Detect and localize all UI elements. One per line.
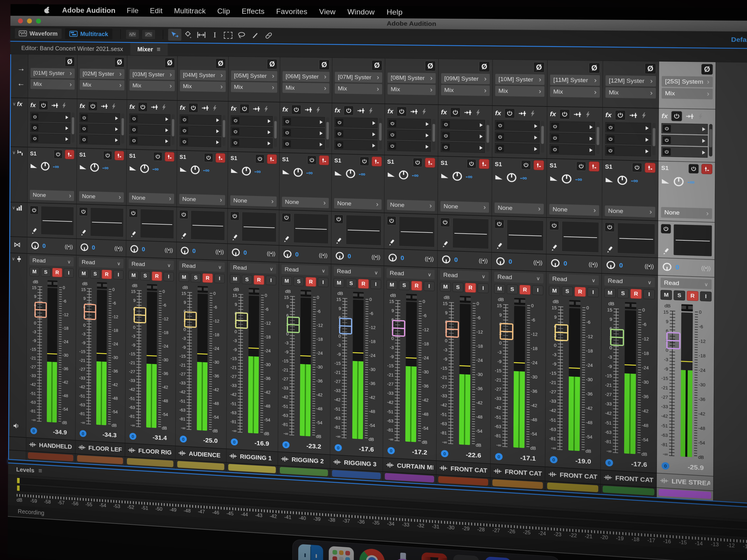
- meter-clip-indicators[interactable]: [460, 296, 471, 303]
- record-arm-button[interactable]: R: [306, 277, 316, 287]
- send-power-button[interactable]: [521, 160, 531, 170]
- fader-handle[interactable]: [287, 317, 300, 334]
- fx-slot-power-icon[interactable]: [442, 132, 450, 139]
- fx-slot-power-icon[interactable]: [181, 116, 188, 123]
- time-selection-tool-button[interactable]: [195, 29, 208, 41]
- send-destination-select[interactable]: None ›: [230, 195, 277, 207]
- mute-button[interactable]: M: [386, 280, 397, 290]
- fx-slot[interactable]: [129, 125, 171, 135]
- record-arm-button[interactable]: R: [358, 279, 369, 289]
- meter-clip-indicators[interactable]: [514, 298, 525, 305]
- send-power-button[interactable]: [255, 154, 265, 164]
- fader-handle[interactable]: [555, 324, 568, 341]
- send-prefader-button[interactable]: [65, 150, 74, 159]
- fx-slot-menu-icon[interactable]: [115, 138, 118, 142]
- fx-slot-menu-icon[interactable]: [702, 151, 705, 154]
- clip-count-badge[interactable]: 0: [441, 450, 448, 457]
- eq-curve-graph[interactable]: [562, 221, 599, 253]
- send-knob[interactable]: [506, 172, 517, 183]
- eq-edit-pencil-icon[interactable]: [441, 241, 448, 248]
- finder-dock-icon[interactable]: [298, 544, 323, 560]
- automation-mode-select[interactable]: Read ∨: [387, 268, 435, 279]
- fx-slot[interactable]: [79, 124, 120, 134]
- mute-button[interactable]: M: [128, 271, 138, 280]
- post-fader-icon[interactable]: [410, 108, 418, 115]
- eq-curve-graph[interactable]: [190, 210, 225, 241]
- menu-item[interactable]: Effects: [241, 7, 264, 16]
- phase-invert-button[interactable]: Ø: [371, 60, 382, 71]
- track-color-strip[interactable]: [659, 489, 711, 499]
- post-fader-icon[interactable]: [464, 109, 472, 116]
- record-arm-button[interactable]: R: [519, 285, 531, 295]
- output-select[interactable]: Mix ›: [180, 81, 226, 92]
- solo-button[interactable]: S: [453, 282, 464, 292]
- fx-slot-menu-icon[interactable]: [372, 132, 375, 136]
- meter-clip-indicators[interactable]: [569, 300, 581, 307]
- fx-slot-power-icon[interactable]: [80, 114, 87, 121]
- send-destination-select[interactable]: None ›: [661, 207, 712, 219]
- fader-handle[interactable]: [392, 320, 405, 337]
- clip-count-badge[interactable]: 0: [550, 456, 558, 463]
- output-select[interactable]: Mix ›: [550, 86, 600, 98]
- record-arm-button[interactable]: R: [102, 269, 112, 279]
- panel-menu-icon[interactable]: ≡: [157, 46, 160, 53]
- send-knob[interactable]: [190, 165, 200, 175]
- menu-item[interactable]: View: [319, 7, 336, 16]
- fx-rack-scrollbar[interactable]: [709, 124, 713, 157]
- input-select[interactable]: [07M] Syster ›: [335, 72, 382, 83]
- fx-slot-power-icon[interactable]: [130, 137, 138, 144]
- post-fader-icon[interactable]: [573, 111, 582, 117]
- phase-invert-button[interactable]: Ø: [114, 57, 125, 68]
- input-select[interactable]: [03M] Syster ›: [130, 69, 175, 80]
- fader-handle[interactable]: [184, 311, 197, 328]
- levels-panel-menu-icon[interactable]: ≡: [38, 467, 42, 475]
- meter-clip-indicators[interactable]: [353, 292, 364, 299]
- fx-slot-menu-icon[interactable]: [216, 129, 219, 133]
- pan-knob[interactable]: [606, 260, 616, 270]
- pan-knob[interactable]: [388, 253, 397, 262]
- fader-handle[interactable]: [666, 332, 680, 349]
- send-destination-select[interactable]: None ›: [605, 205, 655, 217]
- output-select[interactable]: Mix ›: [231, 82, 277, 93]
- fx-slot-menu-icon[interactable]: [372, 143, 375, 147]
- move-tool-button[interactable]: [168, 29, 181, 41]
- record-arm-button[interactable]: R: [52, 268, 62, 277]
- fx-slot-menu-icon[interactable]: [590, 125, 593, 129]
- solo-button[interactable]: S: [190, 273, 201, 282]
- track-color-strip[interactable]: [385, 473, 434, 483]
- clip-count-badge[interactable]: 0: [30, 427, 37, 434]
- send-power-button[interactable]: [360, 157, 369, 166]
- fx-slot-menu-icon[interactable]: [590, 136, 593, 140]
- automation-mode-select[interactable]: Read ∨: [604, 276, 655, 287]
- fx-rack-scrollbar[interactable]: [486, 120, 490, 152]
- fx-slot-power-icon[interactable]: [31, 124, 38, 131]
- marquee-tool-button[interactable]: [222, 29, 235, 41]
- send-knob[interactable]: [617, 175, 628, 186]
- send-knob[interactable]: [241, 166, 252, 177]
- track-color-strip[interactable]: [127, 458, 173, 467]
- automation-mode-select[interactable]: Read ∨: [661, 278, 712, 290]
- fx-power-button[interactable]: [239, 104, 250, 113]
- pan-knob[interactable]: [495, 257, 506, 266]
- theater-app-dock-icon[interactable]: [421, 552, 447, 560]
- fx-slot-power-icon[interactable]: [181, 127, 188, 134]
- mute-button[interactable]: M: [29, 267, 40, 276]
- eq-edit-pencil-icon[interactable]: [231, 234, 238, 241]
- fx-slot-power-icon[interactable]: [130, 115, 138, 122]
- clip-count-badge[interactable]: 0: [231, 438, 238, 445]
- fx-slot[interactable]: [441, 142, 485, 153]
- fx-slot-power-icon[interactable]: [130, 126, 138, 133]
- fx-slot-menu-icon[interactable]: [66, 137, 68, 140]
- fader-handle[interactable]: [84, 303, 96, 320]
- mute-button[interactable]: M: [549, 286, 560, 296]
- pan-knob[interactable]: [80, 243, 89, 252]
- eq-power-button[interactable]: [30, 206, 38, 215]
- fx-slot-power-icon[interactable]: [389, 119, 396, 127]
- send-power-button[interactable]: [153, 152, 162, 161]
- eq-power-button[interactable]: [387, 216, 396, 225]
- menu-item[interactable]: Window: [347, 7, 375, 16]
- record-arm-button[interactable]: R: [630, 289, 642, 299]
- solo-button[interactable]: S: [346, 278, 357, 289]
- meter-clip-indicators[interactable]: [198, 286, 208, 293]
- fx-slot-menu-icon[interactable]: [320, 143, 323, 146]
